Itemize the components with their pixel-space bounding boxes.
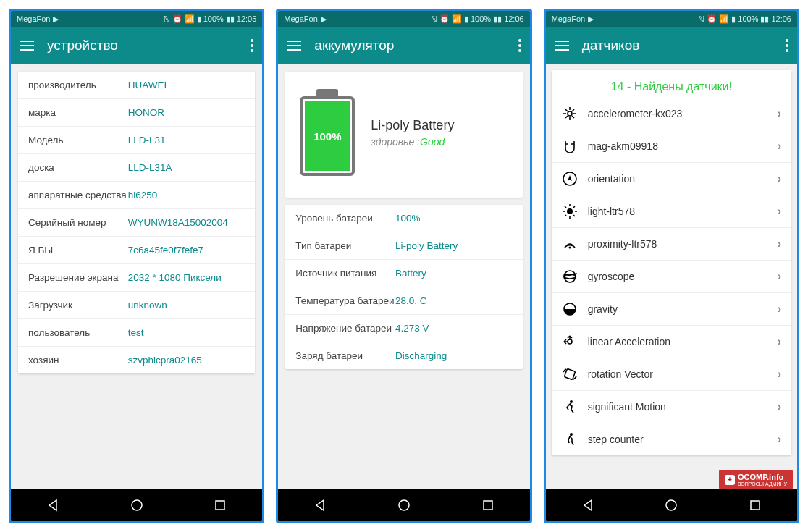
play-icon: ▶ xyxy=(53,14,59,24)
sensor-row[interactable]: proximity-ltr578› xyxy=(552,228,791,261)
status-bar: MegaFon▶ ℕ⏰📶▮100%▮▮12:06 xyxy=(278,11,529,27)
device-row: аппаратные средстваhi6250 xyxy=(18,182,255,209)
sensor-label: significant Motion xyxy=(588,401,767,413)
alarm-icon: ⏰ xyxy=(439,14,450,24)
battery-key: Уровень батареи xyxy=(295,213,395,224)
watermark-plus-icon: + xyxy=(725,475,735,485)
svg-point-4 xyxy=(568,111,572,116)
recent-button[interactable] xyxy=(749,499,762,512)
battery-row: Уровень батареи100% xyxy=(285,205,522,232)
nav-bar xyxy=(11,489,262,521)
sensor-row[interactable]: mag-akm09918› xyxy=(552,130,791,163)
svg-rect-3 xyxy=(484,501,492,510)
wifi-icon: 📶 xyxy=(719,14,729,24)
chevron-right-icon: › xyxy=(778,205,781,218)
sensor-row[interactable]: gravity› xyxy=(552,293,791,326)
battery-pct: 100% xyxy=(738,14,758,23)
linear-accel-icon xyxy=(562,334,578,350)
sensor-label: gravity xyxy=(588,303,767,315)
sensor-row[interactable]: significant Motion› xyxy=(552,391,791,423)
sensor-row[interactable]: linear Acceleration› xyxy=(552,326,791,358)
recent-button[interactable] xyxy=(214,499,227,512)
phone-battery: MegaFon▶ ℕ⏰📶▮100%▮▮12:06 аккумулятор 100… xyxy=(276,9,531,523)
back-button[interactable] xyxy=(581,499,594,512)
battery-value: 100% xyxy=(395,213,513,224)
signal-icon: ▮ xyxy=(731,14,736,24)
battery-visual-card: 100% Li-poly Battery здоровье :Good xyxy=(285,72,522,198)
chevron-right-icon: › xyxy=(778,237,781,250)
sensors-found-header: 14 - Найдены датчики! xyxy=(552,70,791,98)
nfc-icon: ℕ xyxy=(431,14,437,24)
chevron-right-icon: › xyxy=(778,303,781,316)
overflow-button[interactable] xyxy=(251,39,253,52)
svg-point-13 xyxy=(570,400,573,403)
device-value: 2032 * 1080 Пиксели xyxy=(128,272,245,283)
menu-button[interactable] xyxy=(20,41,34,51)
battery-row: Заряд батареиDischarging xyxy=(285,342,522,369)
page-title: устройство xyxy=(47,38,237,54)
device-key: хозяин xyxy=(28,355,128,366)
status-bar: MegaFon▶ ℕ⏰📶▮100%▮▮12:06 xyxy=(546,11,797,27)
sensor-row[interactable]: accelerometer-kx023› xyxy=(552,98,791,130)
rotation-icon xyxy=(562,366,578,382)
carrier-label: MegaFon xyxy=(17,14,50,23)
home-button[interactable] xyxy=(130,499,143,512)
app-bar: устройство xyxy=(11,27,262,64)
chevron-right-icon: › xyxy=(778,172,781,185)
device-key: Разрешение экрана xyxy=(28,272,128,283)
svg-point-6 xyxy=(567,208,573,214)
battery-fill-label: 100% xyxy=(305,101,350,171)
overflow-button[interactable] xyxy=(786,39,788,52)
battery-health: здоровье :Good xyxy=(371,136,454,148)
sensor-label: mag-akm09918 xyxy=(588,140,767,152)
step-icon xyxy=(562,431,578,447)
device-value: 7c6a45fe0f7fefe7 xyxy=(128,245,245,256)
sensor-row[interactable]: step counter› xyxy=(552,423,791,455)
accelerometer-icon xyxy=(562,106,578,122)
app-bar: аккумулятор xyxy=(278,27,529,64)
battery-value: Battery xyxy=(395,268,513,279)
battery-key: Температура батареи xyxy=(295,295,395,306)
device-value: HUAWEI xyxy=(128,80,245,90)
proximity-icon xyxy=(562,236,578,252)
page-title: датчиков xyxy=(582,38,773,54)
light-icon xyxy=(562,203,578,219)
sensor-label: light-ltr578 xyxy=(588,206,767,217)
phone-sensors: MegaFon▶ ℕ⏰📶▮100%▮▮12:06 датчиков 14 - Н… xyxy=(544,9,799,523)
device-key: марка xyxy=(28,107,128,118)
device-value: WYUNW18A15002004 xyxy=(128,217,245,228)
back-button[interactable] xyxy=(313,499,327,512)
chevron-right-icon: › xyxy=(778,368,781,381)
menu-button[interactable] xyxy=(287,41,301,51)
sensor-label: proximity-ltr578 xyxy=(588,238,767,250)
sensor-row[interactable]: light-ltr578› xyxy=(552,195,791,228)
device-value: hi6250 xyxy=(128,190,245,200)
battery-icon: ▮▮ xyxy=(226,14,235,24)
clock: 12:05 xyxy=(237,14,257,23)
device-key: Серийный номер xyxy=(28,217,128,228)
sensor-row[interactable]: gyroscope› xyxy=(552,261,791,293)
sensor-row[interactable]: rotation Vector› xyxy=(552,358,791,391)
battery-pct: 100% xyxy=(471,14,491,23)
chevron-right-icon: › xyxy=(778,107,781,120)
status-bar: MegaFon▶ ℕ⏰📶▮100%▮▮12:05 xyxy=(11,11,262,27)
device-key: пользователь xyxy=(28,327,128,338)
sensor-label: accelerometer-kx023 xyxy=(588,108,767,119)
device-value: test xyxy=(128,327,245,338)
device-row: маркаHONOR xyxy=(18,99,255,127)
home-button[interactable] xyxy=(665,499,678,512)
recent-button[interactable] xyxy=(481,499,495,512)
svg-rect-1 xyxy=(216,501,224,510)
device-row: хозяинszvphicpra02165 xyxy=(18,347,255,373)
battery-value: Discharging xyxy=(395,350,513,361)
menu-button[interactable] xyxy=(555,41,569,51)
back-button[interactable] xyxy=(46,499,59,512)
sensor-row[interactable]: orientation› xyxy=(552,163,791,195)
device-value: unknown xyxy=(128,300,245,311)
battery-key: Заряд батареи xyxy=(295,350,395,361)
phone-device: MegaFon▶ ℕ⏰📶▮100%▮▮12:05 устройство прои… xyxy=(9,9,264,523)
device-row: пользовательtest xyxy=(18,319,255,347)
home-button[interactable] xyxy=(397,499,411,512)
svg-point-15 xyxy=(666,500,676,510)
overflow-button[interactable] xyxy=(518,39,521,52)
